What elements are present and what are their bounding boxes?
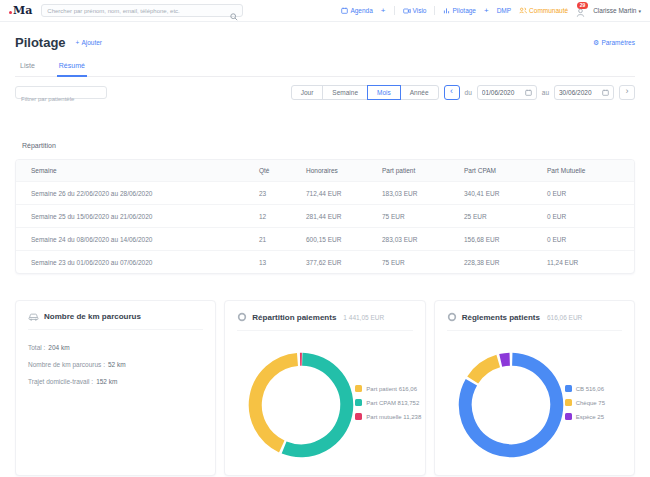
cell-part-cpam: 340,41 EUR xyxy=(464,190,547,197)
tab-resume[interactable]: Résumé xyxy=(57,62,87,77)
cell-semaine: Semaine 26 du 22/06/2020 au 28/06/2020 xyxy=(31,190,259,197)
nav-visio[interactable]: Visio xyxy=(403,7,427,14)
col-part-patient: Part patient xyxy=(382,167,464,174)
paiements-legend: Part patient 616,06 Part CPAM 813,752 Pa… xyxy=(355,385,421,420)
cell-part-cpam: 228,38 EUR xyxy=(464,259,547,266)
user-notification-icon xyxy=(576,8,585,17)
cell-part-patient: 183,03 EUR xyxy=(382,190,464,197)
cell-part-mutuelle: 11,24 EUR xyxy=(547,259,634,266)
page-header: Pilotage + Ajouter ⚙ Paramètres xyxy=(15,35,635,50)
date-from-input[interactable] xyxy=(482,89,522,96)
next-period-button[interactable]: › xyxy=(619,85,635,100)
km-rows: Total : 204 km Nombre de km parcourus : … xyxy=(28,344,203,385)
cell-honoraires: 712,44 EUR xyxy=(306,190,382,197)
table-row: Semaine 25 du 15/06/2020 au 21/06/2020 1… xyxy=(16,204,634,227)
chevron-down-icon: ▾ xyxy=(638,8,641,14)
repartition-table: Semaine Qté Honoraires Part patient Part… xyxy=(15,159,635,274)
nav-dmp[interactable]: DMP xyxy=(497,7,511,14)
previous-period-button[interactable]: ‹ xyxy=(444,85,460,100)
period-jour-button[interactable]: Jour xyxy=(291,85,324,100)
nav-agenda-label: Agenda xyxy=(350,7,372,14)
km-domicile-label: Trajet domicile-travail : xyxy=(28,378,93,385)
search-input[interactable] xyxy=(42,8,242,14)
donut-chart-icon xyxy=(447,312,457,322)
cell-qte: 23 xyxy=(259,190,306,197)
cell-part-mutuelle: 0 EUR xyxy=(547,236,634,243)
calendar-icon[interactable] xyxy=(525,89,532,97)
cell-honoraires: 377,62 EUR xyxy=(306,259,382,266)
period-annee-button[interactable]: Année xyxy=(400,85,439,100)
legend-label: Espèce 25 xyxy=(576,414,604,420)
top-nav: Agenda + Visio Pilotage + DMP Communauté xyxy=(341,5,641,17)
chevron-left-icon: ‹ xyxy=(450,87,453,96)
logo-text: Ma xyxy=(13,5,32,16)
col-part-cpam: Part CPAM xyxy=(464,167,547,174)
calendar-icon[interactable] xyxy=(602,89,609,97)
km-domicile-value: 152 km xyxy=(96,378,117,385)
toolbar: Jour Semaine Mois Année ‹ du au › xyxy=(15,85,635,100)
settings-link[interactable]: ⚙ Paramètres xyxy=(593,39,635,46)
app-logo[interactable]: Ma xyxy=(9,5,32,16)
reglements-total: 616,06 EUR xyxy=(547,314,582,321)
page-title: Pilotage xyxy=(15,35,66,50)
table-row: Semaine 24 du 08/06/2020 au 14/06/2020 2… xyxy=(16,227,634,250)
legend-label: CB 516,06 xyxy=(576,386,604,392)
filter-input[interactable] xyxy=(16,94,106,105)
date-to-input[interactable] xyxy=(559,89,599,96)
cell-part-patient: 283,03 EUR xyxy=(382,236,464,243)
legend-swatch xyxy=(355,413,362,420)
period-semaine-button[interactable]: Semaine xyxy=(322,85,368,100)
video-camera-icon xyxy=(403,8,411,14)
nav-communaute[interactable]: Communauté xyxy=(519,7,568,14)
nav-dmp-label: DMP xyxy=(497,7,511,14)
nav-visio-label: Visio xyxy=(413,7,427,14)
km-card-header: Nombre de km parcourus xyxy=(28,312,203,330)
notifications-button[interactable]: 29 xyxy=(576,5,585,17)
legend-label: Part patient 616,06 xyxy=(366,386,417,392)
paiements-donut-chart xyxy=(245,349,357,461)
reglements-card-title: Règlements patients xyxy=(462,313,540,322)
period-mois-button[interactable]: Mois xyxy=(367,85,401,100)
paiements-total: 1 441,05 EUR xyxy=(343,314,384,321)
repartition-section-title: Répartition xyxy=(22,142,635,149)
legend-swatch xyxy=(355,385,362,392)
tab-liste[interactable]: Liste xyxy=(18,62,37,76)
cell-part-patient: 75 EUR xyxy=(382,213,464,220)
add-button[interactable]: + Ajouter xyxy=(76,39,102,46)
legend-item: Chèque 75 xyxy=(565,399,605,406)
add-button-label: Ajouter xyxy=(81,39,102,46)
user-menu[interactable]: Clarisse Martin ▾ xyxy=(593,7,641,14)
add-pilotage-button[interactable]: + xyxy=(484,7,489,15)
legend-label: Part CPAM 813,752 xyxy=(366,400,419,406)
km-parcourus-row: Nombre de km parcourus : 52 km xyxy=(28,361,203,368)
legend-item: CB 516,06 xyxy=(565,385,605,392)
legend-label: Part mutuelle 11,238 xyxy=(366,414,421,420)
reglements-card-header: Règlements patients 616,06 EUR xyxy=(447,312,622,331)
legend-item: Part mutuelle 11,238 xyxy=(355,413,421,420)
cell-semaine: Semaine 24 du 08/06/2020 au 14/06/2020 xyxy=(31,236,259,243)
patient-filter xyxy=(15,86,107,99)
settings-label: Paramètres xyxy=(601,39,635,46)
legend-item: Part patient 616,06 xyxy=(355,385,421,392)
nav-agenda[interactable]: Agenda xyxy=(341,7,372,14)
gear-icon: ⚙ xyxy=(593,39,599,46)
nav-pilotage[interactable]: Pilotage xyxy=(443,7,476,14)
km-parcourus-value: 52 km xyxy=(108,361,126,368)
period-controls: Jour Semaine Mois Année ‹ du au › xyxy=(291,85,635,100)
community-icon xyxy=(519,7,527,14)
cell-honoraires: 600,15 EUR xyxy=(306,236,382,243)
cell-qte: 21 xyxy=(259,236,306,243)
table-row: Semaine 26 du 22/06/2020 au 28/06/2020 2… xyxy=(16,181,634,204)
col-honoraires: Honoraires xyxy=(306,167,382,174)
cell-qte: 12 xyxy=(259,213,306,220)
cell-semaine: Semaine 23 du 01/06/2020 au 07/06/2020 xyxy=(31,259,259,266)
legend-swatch xyxy=(565,385,572,392)
paiements-card-title: Répartition paiements xyxy=(252,313,336,322)
car-icon xyxy=(28,312,39,321)
cell-part-mutuelle: 0 EUR xyxy=(547,213,634,220)
add-agenda-button[interactable]: + xyxy=(381,7,386,15)
bar-chart-icon xyxy=(443,7,450,14)
logo-dot-icon xyxy=(9,11,12,14)
plus-icon: + xyxy=(76,39,80,46)
cell-part-cpam: 156,68 EUR xyxy=(464,236,547,243)
